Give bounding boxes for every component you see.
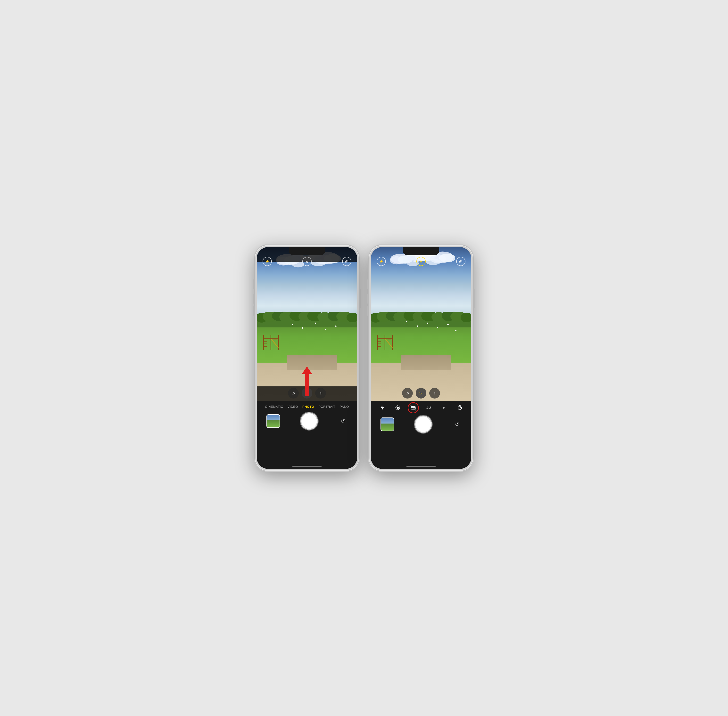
playground-left [261, 327, 281, 358]
tool-aspect-ratio[interactable]: 4:3 [425, 404, 433, 412]
sheep-4 [325, 329, 326, 330]
phones-container: ⚡ ∧ ◎ .5 1 [255, 245, 473, 471]
sheep-1 [292, 324, 293, 325]
thumb-sky [267, 415, 279, 420]
phone-right: ⚡ ∨ ◎ .5 1× 3 [369, 245, 473, 471]
flip-camera-right[interactable]: ↺ [452, 420, 461, 429]
zoom-05-right[interactable]: .5 [402, 388, 413, 399]
photo-thumbnail-right[interactable] [381, 417, 394, 431]
bottom-bar-right: 4:3 ± [371, 401, 471, 469]
sheep-r4 [437, 327, 438, 328]
tree-line-left [257, 312, 357, 328]
svg-point-66 [397, 407, 399, 408]
mode-selector: CINEMATIC VIDEO PHOTO PORTRAIT PANO [265, 401, 349, 410]
notch-right [403, 247, 439, 255]
zoom-1-right[interactable]: 1× [416, 388, 426, 399]
sheep-r5 [447, 324, 449, 325]
tool-flash[interactable] [378, 404, 387, 412]
flip-camera-left[interactable]: ↺ [338, 417, 347, 426]
playground-right [375, 327, 395, 358]
notch-left [289, 247, 325, 255]
zoom-3-left[interactable]: 3 [315, 388, 326, 399]
thumb-sky-r [381, 418, 394, 423]
top-controls-right: ⚡ ∨ ◎ [371, 257, 471, 266]
live-button-left[interactable]: ◎ [342, 257, 351, 266]
phone-screen-left: ⚡ ∧ ◎ .5 1 [257, 247, 357, 469]
photo-thumbnail-left[interactable] [267, 414, 280, 428]
svg-marker-65 [380, 406, 384, 410]
mode-photo[interactable]: PHOTO [302, 405, 314, 408]
mode-cinematic[interactable]: CINEMATIC [265, 405, 283, 408]
top-controls-left: ⚡ ∧ ◎ [257, 257, 357, 266]
shutter-button-left[interactable] [300, 413, 318, 430]
phone-left: ⚡ ∧ ◎ .5 1 [255, 245, 359, 471]
svg-rect-32 [273, 340, 277, 340]
tool-photo-style[interactable] [409, 404, 418, 412]
svg-rect-64 [387, 340, 391, 340]
mode-pano[interactable]: PANO [340, 405, 349, 408]
shutter-row-right: ↺ [371, 416, 471, 433]
flash-button-left[interactable]: ⚡ [262, 257, 272, 266]
mode-portrait[interactable]: PORTRAIT [318, 405, 335, 408]
zoom-05-left[interactable]: .5 [288, 388, 299, 399]
tools-row: 4:3 ± [378, 401, 464, 414]
svg-line-78 [460, 407, 461, 408]
tool-live-photo[interactable] [393, 404, 402, 412]
viewfinder-right [371, 247, 471, 401]
red-arrow [302, 367, 312, 396]
patio-right [401, 355, 451, 370]
bottom-bar-left: CINEMATIC VIDEO PHOTO PORTRAIT PANO ↺ [257, 401, 357, 469]
arrow-head [302, 367, 312, 374]
thumb-ground-r [381, 423, 394, 431]
sheep-2 [302, 327, 303, 329]
svg-text:±: ± [443, 406, 444, 410]
home-indicator-left [293, 466, 322, 467]
shutter-button-right[interactable] [414, 416, 432, 433]
chevron-button-left[interactable]: ∧ [302, 257, 312, 266]
arrow-shaft [305, 374, 309, 396]
home-indicator-right [406, 466, 435, 467]
chevron-button-right[interactable]: ∨ [416, 257, 426, 266]
zoom-controls-right: .5 1× 3 [402, 388, 440, 399]
thumb-ground [267, 420, 279, 428]
svg-rect-72 [411, 407, 415, 410]
tool-timer[interactable] [455, 404, 464, 412]
live-button-right[interactable]: ◎ [456, 257, 466, 266]
zoom-3-right[interactable]: 3 [429, 388, 440, 399]
phone-screen-right: ⚡ ∨ ◎ .5 1× 3 [371, 247, 471, 469]
tool-exposure[interactable]: ± [440, 404, 449, 412]
highlight-circle [408, 402, 419, 413]
sheep-r3 [427, 323, 428, 324]
tree-line-right [371, 312, 471, 328]
mode-video[interactable]: VIDEO [288, 405, 298, 408]
sheep-3 [315, 323, 316, 324]
shutter-row-left: ↺ [257, 413, 357, 430]
flash-button-right[interactable]: ⚡ [377, 257, 386, 266]
